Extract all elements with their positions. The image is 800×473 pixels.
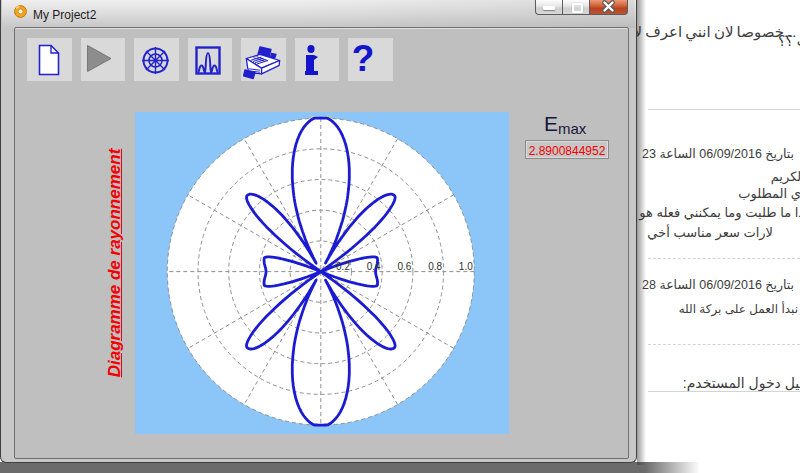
svg-text:0.2: 0.2 xyxy=(336,261,350,272)
svg-text:0.4: 0.4 xyxy=(367,261,381,272)
svg-text:0.8: 0.8 xyxy=(428,261,442,272)
svg-text:1.0: 1.0 xyxy=(459,261,473,272)
svg-text:0.6: 0.6 xyxy=(397,261,411,272)
